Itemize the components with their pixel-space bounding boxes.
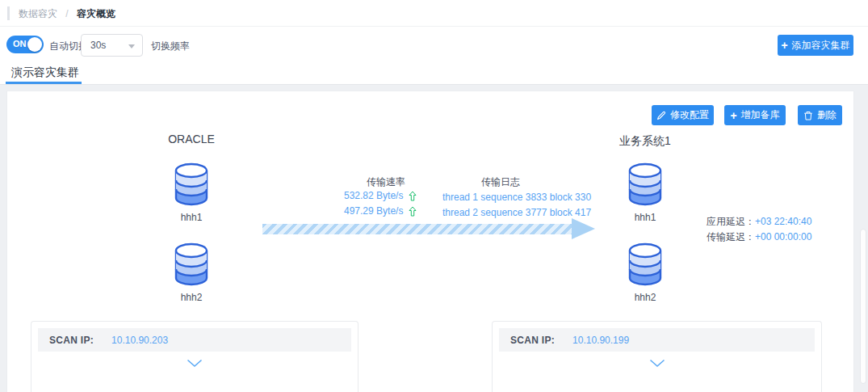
chevron-down-icon [649, 359, 665, 368]
database-icon[interactable] [626, 241, 665, 288]
primary-cluster-title: ORACLE [168, 133, 215, 145]
add-cluster-label: 添加容灾集群 [792, 39, 850, 53]
breadcrumb-parent-link[interactable]: 数据容灾 [19, 8, 57, 19]
edit-config-button[interactable]: 修改配置 [652, 105, 714, 125]
transfer-log-1: thread 1 sequence 3833 block 330 [442, 192, 591, 203]
transfer-rate-1: 532.82 Byte/s [344, 190, 403, 201]
breadcrumb-divider [7, 6, 10, 20]
app-latency-value: +03 22:40:40 [755, 216, 811, 227]
add-standby-button[interactable]: + 增加备库 [724, 105, 786, 125]
transfer-log-2: thread 2 sequence 3777 block 417 [442, 207, 591, 218]
replication-arrow-head [572, 218, 595, 239]
primary-db2-label: hhh2 [181, 292, 203, 303]
app-latency-label: 应用延迟： [707, 216, 755, 227]
arrow-up-icon [409, 191, 417, 201]
standby-cluster-title: 业务系统1 [619, 134, 671, 149]
transfer-rate-2: 497.29 Byte/s [344, 205, 403, 217]
tab-demo-cluster[interactable]: 演示容灾集群 [11, 65, 79, 80]
vertical-scrollbar[interactable] [860, 229, 866, 384]
arrow-up-icon [409, 206, 417, 217]
breadcrumb: 数据容灾 / 容灾概览 [19, 7, 115, 21]
primary-db1-label: hhh1 [181, 212, 203, 223]
add-cluster-button[interactable]: + 添加容灾集群 [778, 35, 853, 56]
standby-scan-card: SCAN IP: 10.10.90.199 [492, 321, 822, 392]
chevron-down-icon [187, 359, 203, 368]
primary-scan-bar: SCAN IP: 10.10.90.203 [38, 328, 351, 352]
standby-db1-label: hhh1 [635, 212, 656, 223]
database-icon[interactable] [172, 161, 211, 208]
transfer-rate-title: 传输速率 [367, 175, 405, 189]
transfer-log-title: 传输日志 [481, 175, 520, 189]
plus-icon: + [730, 110, 736, 121]
trash-icon [803, 111, 813, 120]
top-bar: 数据容灾 / 容灾概览 [0, 0, 868, 27]
transfer-latency-row: 传输延迟：+00 00:00:00 [707, 230, 811, 244]
plus-icon: + [781, 40, 787, 51]
auto-switch-toggle[interactable]: ON [6, 36, 44, 53]
toggle-knob [27, 37, 42, 52]
standby-scan-bar: SCAN IP: 10.10.90.199 [499, 328, 815, 352]
expand-standby-button[interactable] [648, 357, 667, 369]
page: 数据容灾 / 容灾概览 ON 自动切换 30s 切换频率 + 添加容灾集群 演示… [0, 0, 868, 392]
transfer-rate-row: 497.29 Byte/s [344, 205, 417, 217]
delete-label: 删除 [817, 108, 837, 122]
primary-scan-ip: 10.10.90.203 [111, 335, 168, 346]
scan-ip-label: SCAN IP: [49, 335, 94, 346]
database-icon[interactable] [626, 161, 665, 208]
add-standby-label: 增加备库 [741, 108, 780, 122]
scan-ip-label: SCAN IP: [510, 335, 555, 346]
interval-select[interactable]: 30s [81, 34, 143, 57]
chevron-down-icon [128, 44, 135, 48]
standby-db2-label: hhh2 [635, 292, 656, 303]
interval-label: 切换频率 [151, 40, 190, 53]
transfer-rate-row: 532.82 Byte/s [344, 190, 417, 201]
transfer-latency-label: 传输延迟： [707, 231, 755, 242]
app-latency-row: 应用延迟：+03 22:40:40 [707, 215, 811, 229]
delete-button[interactable]: 删除 [798, 105, 842, 125]
interval-select-value: 30s [90, 40, 106, 51]
standby-scan-ip: 10.10.90.199 [572, 335, 629, 346]
edit-config-label: 修改配置 [670, 108, 709, 122]
breadcrumb-current: 容灾概览 [77, 8, 115, 19]
breadcrumb-separator: / [65, 8, 68, 19]
database-icon[interactable] [172, 241, 211, 288]
primary-scan-card: SCAN IP: 10.10.90.203 [31, 321, 359, 392]
toggle-on-text: ON [13, 39, 27, 48]
transfer-latency-value: +00 00:00:00 [755, 231, 811, 242]
replication-arrow-band [262, 224, 572, 234]
pencil-icon [656, 111, 666, 120]
expand-primary-button[interactable] [185, 357, 204, 369]
